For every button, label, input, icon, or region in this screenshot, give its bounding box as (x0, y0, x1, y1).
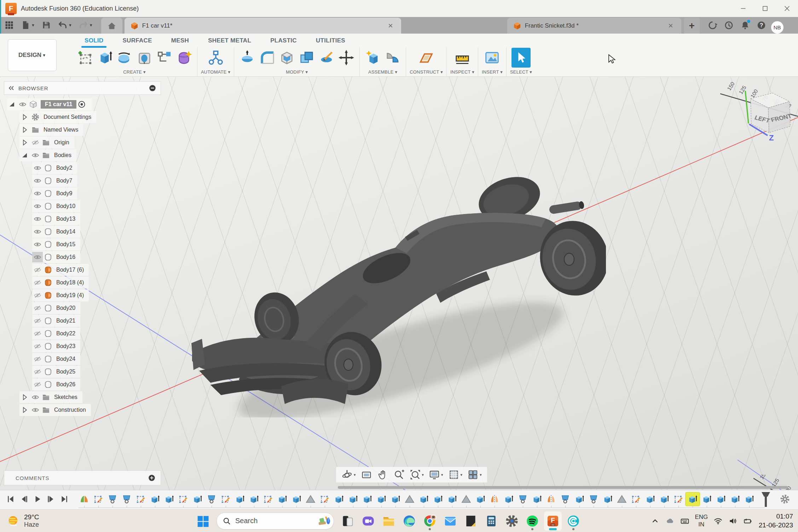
timeline-feature-extrude-icon[interactable] (714, 492, 728, 506)
help-icon[interactable]: ? (753, 18, 770, 33)
tree-item-label[interactable]: Body26 (56, 381, 75, 388)
minimize-button[interactable] (732, 1, 754, 16)
timeline-play-button[interactable] (32, 493, 43, 505)
new-tab-button[interactable]: + (684, 18, 700, 34)
tree-item-body22[interactable]: Body22 (32, 328, 80, 340)
tab-frantic-snicket[interactable]: Frantic Snicket.f3d * ✕ (507, 18, 681, 34)
timeline-feature-extrude-icon[interactable] (417, 492, 431, 506)
file-new-button[interactable]: ▼ (17, 18, 38, 32)
visibility-eye-off-icon[interactable] (32, 290, 43, 301)
timeline-feature-hole-icon[interactable] (204, 492, 219, 506)
timeline-feature-sketch-icon[interactable] (671, 492, 686, 506)
visibility-eye-icon[interactable] (32, 175, 43, 186)
collapse-panel-icon[interactable] (8, 85, 15, 92)
timeline-go-to-end-button[interactable] (59, 493, 70, 505)
tree-item-label[interactable]: Body25 (56, 369, 75, 375)
browser-root-row[interactable]: F1 car v11 (7, 98, 92, 110)
visibility-eye-icon[interactable] (30, 405, 41, 415)
timeline-feature-mirror-icon[interactable] (544, 492, 558, 506)
taskbar-app-calculator[interactable] (482, 511, 501, 531)
ribbon-tab-sheet-metal[interactable]: SHEET METAL (198, 35, 261, 48)
tree-item-label[interactable]: Origin (54, 139, 69, 146)
chevron-down-icon[interactable]: ▾ (441, 473, 443, 477)
chevron-down-icon[interactable]: ▾ (461, 473, 463, 477)
timeline-feature-extrude-icon[interactable] (162, 492, 176, 506)
3d-viewport[interactable]: 150125100755025 Z LEFT FRONT 150125100 B… (0, 77, 798, 509)
folder-icon[interactable] (41, 392, 51, 403)
ribbon-tab-solid[interactable]: SOLID (75, 35, 113, 48)
orbit-button[interactable]: ▾ (340, 469, 358, 480)
visibility-eye-off-icon[interactable] (32, 316, 43, 326)
body-icon[interactable] (43, 316, 53, 326)
component-cube-icon[interactable] (28, 99, 39, 110)
tree-item-label[interactable]: Body14 (56, 229, 75, 235)
maximize-button[interactable] (754, 1, 776, 16)
volume-icon[interactable] (725, 513, 740, 529)
taskbar-app-file-explorer[interactable] (380, 511, 398, 531)
tree-item-label[interactable]: Named Views (44, 127, 78, 133)
close-button[interactable] (776, 1, 798, 16)
expand-triangle-icon[interactable] (19, 137, 30, 148)
timeline-feature-warn-icon[interactable] (303, 492, 318, 506)
timeline-feature-hole-icon[interactable] (586, 492, 601, 506)
shell-button[interactable] (277, 48, 296, 68)
timeline-feature-extrude-icon[interactable] (190, 492, 204, 506)
timeline-feature-extrude-icon[interactable] (332, 492, 346, 506)
taskbar-clock[interactable]: 01:07 21-06-2023 (759, 512, 793, 530)
timeline-feature-extrude-icon[interactable] (728, 492, 742, 506)
tree-item-label[interactable]: Body18 (4) (56, 279, 84, 286)
tree-item-body17-6-[interactable]: Body17 (6) (32, 264, 89, 276)
tree-item-body19-4-[interactable]: Body19 (4) (32, 289, 89, 301)
tab-f1-car[interactable]: F1 car v11* ✕ (125, 18, 401, 34)
timeline-feature-hole-icon[interactable] (516, 492, 530, 506)
timeline-feature-hole-icon[interactable] (105, 492, 120, 506)
body-icon[interactable] (43, 239, 53, 250)
tree-item-named-views[interactable]: Named Views (19, 124, 83, 136)
minimize-panel-icon[interactable] (149, 84, 156, 92)
tree-item-body7[interactable]: Body7 (32, 175, 77, 187)
timeline-feature-sketch-icon[interactable] (134, 492, 148, 506)
history-icon[interactable] (721, 18, 737, 33)
timeline-feature-sketch-icon[interactable] (91, 492, 105, 506)
timeline-feature-hole-icon[interactable] (558, 492, 572, 506)
taskbar-app-clipchamp[interactable] (564, 511, 583, 531)
tree-item-label[interactable]: Bodies (54, 152, 71, 158)
ribbon-tab-mesh[interactable]: MESH (162, 35, 198, 48)
timeline-feature-mirror-icon[interactable] (487, 492, 502, 506)
expand-triangle-icon[interactable] (19, 392, 30, 403)
root-component-label[interactable]: F1 car v11 (41, 100, 76, 109)
undo-button[interactable]: ▼ (54, 18, 75, 32)
notifications-icon[interactable] (737, 18, 753, 33)
tree-item-label[interactable]: Body21 (56, 318, 75, 324)
timeline-feature-warn-icon[interactable] (459, 492, 473, 506)
taskbar-app-video-app[interactable] (359, 511, 377, 531)
wifi-icon[interactable] (711, 513, 725, 529)
tree-item-body14[interactable]: Body14 (32, 226, 80, 238)
timeline-feature-extrude-icon[interactable] (360, 492, 374, 506)
language-indicator[interactable]: ENG IN (692, 514, 711, 528)
onedrive-icon[interactable] (663, 513, 677, 529)
timeline-feature-extrude-icon[interactable] (502, 492, 516, 506)
taskbar-app-phone-link[interactable] (339, 511, 357, 531)
visibility-eye-icon[interactable] (32, 239, 43, 250)
tree-item-label[interactable]: Body13 (56, 216, 75, 222)
ribbon-tab-plastic[interactable]: PLASTIC (261, 35, 306, 48)
body-icon[interactable] (43, 201, 53, 212)
ribbon-tab-utilities[interactable]: UTILITIES (306, 35, 355, 48)
tab-close-icon[interactable]: ✕ (666, 21, 676, 30)
timeline-feature-sketch-icon[interactable] (176, 492, 190, 506)
activate-component-radio[interactable] (76, 99, 87, 110)
tree-item-label[interactable]: Body15 (56, 241, 75, 248)
timeline-feature-extrude-icon[interactable] (148, 492, 162, 506)
timeline-feature-warn-icon[interactable] (403, 492, 417, 506)
apps-grid-button[interactable] (1, 18, 17, 32)
tab-close-icon[interactable]: ✕ (386, 21, 395, 30)
timeline-feature-extrude-icon[interactable] (431, 492, 445, 506)
tree-item-origin[interactable]: Origin (19, 137, 74, 149)
look-at-button[interactable] (359, 469, 374, 480)
visibility-eye-icon[interactable] (30, 392, 41, 403)
timeline-settings-gear-icon[interactable] (780, 494, 790, 504)
touch-keyboard-icon[interactable] (677, 513, 692, 529)
expand-triangle-icon[interactable] (19, 112, 30, 122)
tree-item-label[interactable]: Body9 (56, 190, 72, 197)
